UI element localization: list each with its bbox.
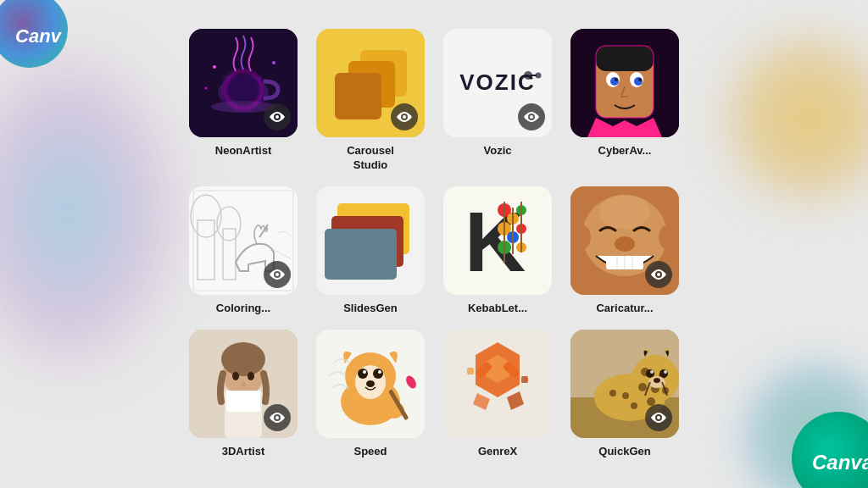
carousel-label: CarouselStudio	[347, 144, 394, 173]
svg-rect-89	[467, 368, 474, 374]
app-thumb-carousel-studio	[316, 29, 425, 137]
svg-rect-90	[521, 376, 528, 383]
kebablet-label: KebabLet...	[468, 302, 527, 316]
eye-icon	[397, 112, 412, 122]
svg-point-107	[650, 370, 654, 374]
3dartist-eye-badge	[264, 404, 291, 431]
slidesgen-label: SlidesGen	[343, 302, 398, 316]
caricatur-eye-badge	[645, 261, 672, 288]
app-item-quickgen[interactable]: QuickGen	[570, 330, 680, 459]
svg-rect-11	[335, 73, 381, 119]
svg-point-56	[659, 225, 676, 249]
app-thumb-speed	[316, 330, 425, 438]
caricatur-label: Caricatur...	[596, 302, 653, 316]
canva-logo-text-right: Canva	[804, 442, 868, 474]
neon-artist-eye-badge	[264, 103, 291, 130]
app-item-slidesgen[interactable]: SlidesGen	[315, 186, 426, 316]
svg-point-110	[654, 378, 660, 383]
apps-grid: NeonArtist Carou	[171, 12, 697, 476]
svg-point-97	[622, 392, 629, 399]
app-thumb-cyberav	[570, 29, 679, 137]
app-thumb-kebablet: K	[443, 186, 552, 295]
cyberav-svg	[570, 29, 679, 137]
carousel-eye-badge	[391, 103, 418, 130]
app-item-kebablet[interactable]: K KebabLet...	[442, 186, 553, 316]
vozic-label: Vozic	[484, 144, 512, 158]
svg-point-23	[634, 77, 643, 86]
app-thumb-vozic: VOZIC	[443, 29, 552, 137]
svg-point-68	[248, 372, 254, 380]
canva-logo-text-left: Canv	[0, 13, 61, 47]
svg-rect-38	[325, 229, 397, 280]
svg-point-57	[615, 236, 635, 252]
cyberav-label: CyberAv...	[598, 144, 652, 158]
3dartist-label: 3DArtist	[222, 445, 265, 459]
svg-point-24	[615, 78, 618, 81]
svg-point-66	[221, 342, 265, 376]
svg-point-7	[205, 87, 208, 90]
svg-point-75	[373, 369, 383, 379]
svg-rect-19	[596, 46, 654, 71]
app-thumb-neon-artist	[189, 29, 298, 137]
svg-rect-69	[226, 391, 260, 412]
svg-point-77	[378, 370, 381, 374]
svg-point-54	[599, 195, 650, 229]
app-thumb-3dartist	[189, 330, 298, 438]
svg-point-67	[232, 372, 239, 380]
app-thumb-coloring	[189, 186, 298, 295]
app-item-neon-artist[interactable]: NeonArtist	[188, 29, 298, 173]
app-item-coloring[interactable]: Coloring...	[188, 186, 298, 316]
svg-point-74	[358, 369, 368, 379]
speed-svg	[316, 330, 425, 438]
svg-point-108	[664, 370, 667, 374]
app-thumb-quickgen	[570, 330, 679, 438]
quickgen-eye-badge	[645, 404, 672, 431]
kebablet-svg: K	[443, 186, 552, 295]
eye-icon	[270, 269, 285, 280]
app-item-cyberav[interactable]: CyberAv...	[570, 29, 680, 173]
speed-label: Speed	[353, 445, 387, 459]
svg-point-105	[646, 369, 654, 378]
svg-point-99	[609, 390, 616, 396]
app-thumb-slidesgen	[316, 186, 425, 295]
app-thumb-caricatur	[570, 186, 679, 295]
svg-point-25	[638, 78, 642, 81]
genrex-svg	[443, 330, 552, 438]
eye-icon	[651, 269, 666, 280]
coloring-label: Coloring...	[216, 302, 270, 316]
svg-point-106	[659, 369, 668, 378]
svg-point-96	[638, 383, 647, 391]
eye-icon	[651, 413, 666, 423]
svg-point-22	[610, 77, 619, 86]
app-item-genrex[interactable]: GenreX	[442, 330, 553, 459]
app-item-carousel-studio[interactable]: CarouselStudio	[315, 29, 426, 173]
svg-point-76	[363, 370, 366, 374]
svg-point-78	[366, 380, 375, 387]
app-item-caricatur[interactable]: Caricatur...	[570, 186, 680, 316]
main-content: NeonArtist Carou	[68, 0, 800, 488]
app-item-3dartist[interactable]: 3DArtist	[188, 330, 298, 459]
svg-text:VOZIC: VOZIC	[459, 69, 535, 95]
app-thumb-genrex	[443, 330, 552, 438]
slidesgen-svg	[316, 186, 425, 295]
svg-point-55	[574, 225, 591, 249]
genrex-label: GenreX	[478, 445, 517, 459]
svg-point-6	[272, 61, 275, 64]
svg-point-100	[631, 402, 637, 409]
eye-icon	[270, 112, 285, 122]
app-item-speed[interactable]: Speed	[315, 330, 426, 459]
eye-icon	[524, 112, 539, 122]
eye-icon	[270, 413, 285, 423]
quickgen-label: QuickGen	[598, 445, 650, 459]
coloring-eye-badge	[264, 261, 291, 288]
svg-point-5	[213, 65, 216, 69]
vozic-eye-badge	[518, 103, 545, 130]
neon-artist-label: NeonArtist	[215, 144, 271, 158]
app-item-vozic[interactable]: VOZIC Vozic	[442, 29, 553, 173]
